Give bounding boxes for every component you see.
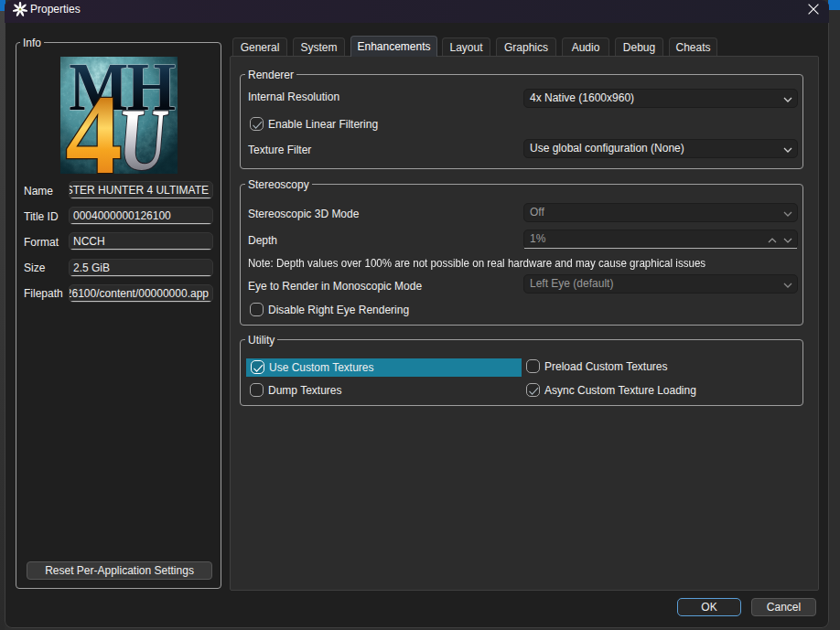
svg-text:U: U [115,90,172,174]
svg-text:4: 4 [66,71,123,174]
